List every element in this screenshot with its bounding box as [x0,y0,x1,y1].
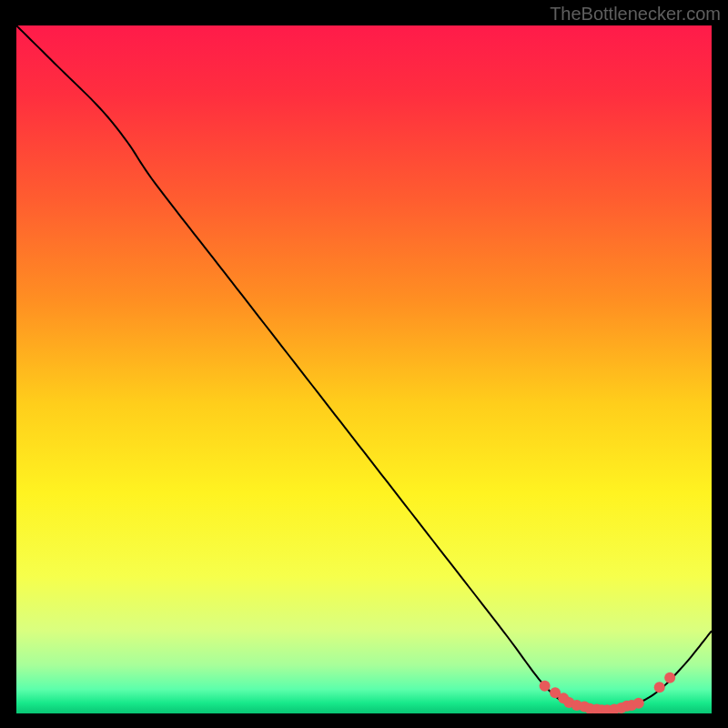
marker-dot [654,682,665,693]
chart-svg [16,25,712,713]
marker-dot [664,672,675,683]
attribution-text: TheBottlenecker.com [550,4,721,25]
plot-area [16,25,712,713]
chart-frame: TheBottlenecker.com [0,0,728,728]
marker-dot [540,681,551,692]
gradient-background [16,25,712,713]
marker-dot [633,698,644,709]
